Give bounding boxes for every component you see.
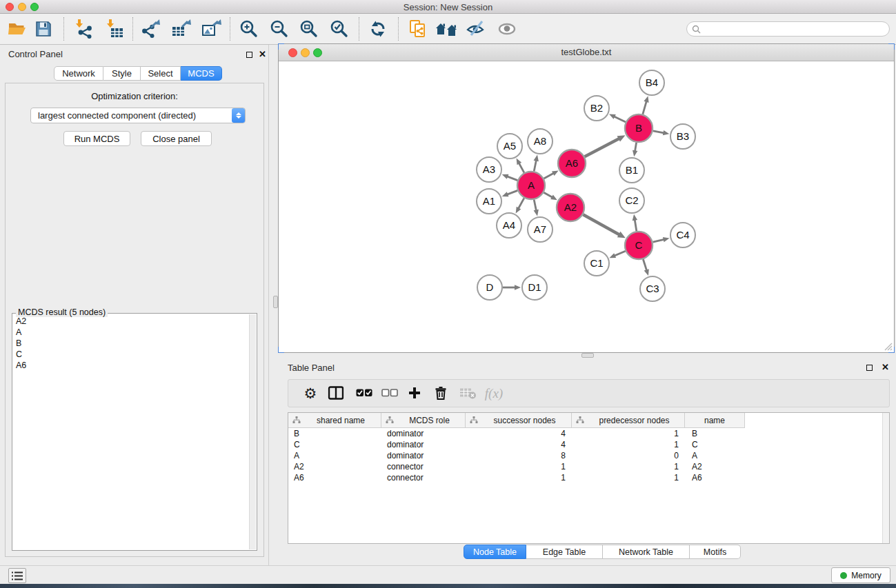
- search-input[interactable]: [704, 23, 889, 35]
- network-window-titlebar[interactable]: testGlobe.txt: [279, 44, 894, 61]
- result-list-scrollbar[interactable]: [249, 314, 256, 549]
- table-row[interactable]: Adominator80A: [288, 450, 889, 461]
- graph-edge-C-C2[interactable]: [633, 214, 637, 231]
- function-builder-button[interactable]: f(x): [485, 387, 503, 400]
- mcds-result-item[interactable]: A: [13, 327, 249, 338]
- graph-node-B1[interactable]: B1: [619, 158, 644, 183]
- tab-mcds[interactable]: MCDS: [181, 66, 222, 81]
- delete-table-button[interactable]: [460, 387, 477, 400]
- export-image-button[interactable]: [201, 19, 221, 39]
- graph-node-B3[interactable]: B3: [670, 124, 695, 149]
- zoom-in-button[interactable]: [239, 19, 259, 39]
- create-column-button[interactable]: [408, 387, 421, 399]
- graph-node-C1[interactable]: C1: [584, 251, 609, 276]
- control-panel-close-button[interactable]: ✕: [259, 50, 266, 59]
- tab-network-table[interactable]: Network Table: [603, 545, 690, 559]
- table-row[interactable]: Bdominator41B: [288, 428, 889, 439]
- hide-selected-button[interactable]: [466, 20, 486, 38]
- horizontal-splitter-handle[interactable]: [581, 353, 594, 358]
- new-network-from-selection-button[interactable]: [408, 19, 428, 39]
- column-header-name[interactable]: name: [685, 413, 745, 428]
- mcds-result-item[interactable]: B: [13, 338, 249, 349]
- column-header-shared-name[interactable]: shared name: [288, 413, 381, 428]
- graph-node-C2[interactable]: C2: [619, 188, 644, 213]
- graph-edge-A-A3[interactable]: [502, 174, 518, 181]
- graph-edge-A-A8[interactable]: [534, 155, 539, 172]
- graph-edge-A2-C[interactable]: [583, 214, 625, 238]
- open-session-button[interactable]: [7, 21, 28, 37]
- export-network-button[interactable]: [141, 19, 161, 39]
- graph-node-B4[interactable]: B4: [639, 70, 664, 95]
- graph-node-A2[interactable]: A2: [557, 194, 584, 221]
- save-session-button[interactable]: [34, 21, 52, 37]
- table-panel-float-button[interactable]: [866, 365, 873, 371]
- graph-node-A[interactable]: A: [517, 172, 545, 199]
- graph-edge-D-D1[interactable]: [503, 285, 521, 290]
- mcds-result-item[interactable]: A6: [13, 360, 249, 371]
- tab-edge-table[interactable]: Edge Table: [526, 545, 603, 559]
- network-canvas[interactable]: B4B2BB3A8A5A6A3B1AA1C2A2A4A7C4CC1C3DD1: [279, 61, 894, 352]
- tab-motifs[interactable]: Motifs: [690, 545, 741, 559]
- run-mcds-button[interactable]: Run MCDS: [63, 131, 130, 146]
- graph-edge-C-C1[interactable]: [609, 251, 625, 258]
- graph-node-A3[interactable]: A3: [477, 157, 501, 182]
- control-panel-float-button[interactable]: [246, 52, 252, 58]
- table-settings-button[interactable]: ⚙: [304, 386, 317, 401]
- delete-column-button[interactable]: [435, 386, 447, 401]
- import-network-button[interactable]: [73, 19, 94, 39]
- tab-style[interactable]: Style: [103, 66, 141, 81]
- toolbar-search-field[interactable]: [686, 21, 890, 37]
- graph-node-A8[interactable]: A8: [528, 129, 552, 154]
- tab-node-table[interactable]: Node Table: [464, 545, 526, 559]
- table-row[interactable]: Cdominator41C: [288, 439, 889, 450]
- graph-node-C3[interactable]: C3: [640, 276, 665, 301]
- mcds-result-item[interactable]: A2: [13, 316, 249, 327]
- graph-edge-B-B3[interactable]: [653, 130, 670, 135]
- table-scrollbar[interactable]: [882, 413, 889, 543]
- mcds-result-item[interactable]: C: [13, 349, 249, 360]
- graph-edge-C-C3[interactable]: [643, 259, 648, 276]
- graph-node-A5[interactable]: A5: [497, 134, 522, 159]
- graph-node-A4[interactable]: A4: [497, 213, 521, 238]
- graph-edge-B-B2[interactable]: [609, 114, 626, 122]
- export-table-button[interactable]: [170, 19, 191, 39]
- vertical-splitter-handle[interactable]: [273, 296, 278, 308]
- column-header-successor-nodes[interactable]: successor nodes: [466, 413, 572, 428]
- graph-edge-A-A4[interactable]: [516, 198, 524, 213]
- graph-node-A7[interactable]: A7: [528, 217, 552, 242]
- memory-button[interactable]: Memory: [831, 567, 890, 583]
- criterion-dropdown[interactable]: largest connected component (directed): [30, 108, 246, 123]
- table-panel-close-button[interactable]: ✕: [882, 363, 889, 372]
- graph-edge-C-C4[interactable]: [653, 237, 669, 242]
- graph-edge-A-A2[interactable]: [544, 192, 557, 200]
- column-header-predecessor-nodes[interactable]: predecessor nodes: [572, 413, 685, 428]
- column-header-MCDS-role[interactable]: MCDS role: [381, 413, 466, 428]
- resize-grip-icon[interactable]: [884, 342, 893, 351]
- first-neighbors-button[interactable]: [435, 21, 459, 37]
- graph-edge-B-B1[interactable]: [633, 143, 637, 157]
- zoom-out-button[interactable]: [270, 19, 289, 39]
- graph-edge-B-B4[interactable]: [643, 96, 649, 114]
- import-table-button[interactable]: [104, 19, 125, 39]
- graph-edge-A-A6[interactable]: [544, 170, 558, 178]
- graph-node-B2[interactable]: B2: [584, 96, 609, 121]
- graph-edge-A-A1[interactable]: [502, 190, 518, 196]
- graph-edge-A-A5[interactable]: [517, 159, 524, 173]
- table-row[interactable]: A2connector11A2: [288, 461, 889, 472]
- zoom-fit-button[interactable]: [299, 19, 319, 39]
- show-all-button[interactable]: [497, 21, 517, 37]
- tab-network[interactable]: Network: [54, 66, 103, 81]
- graph-node-C[interactable]: C: [625, 232, 653, 259]
- graph-node-D[interactable]: D: [477, 275, 502, 300]
- tab-select[interactable]: Select: [141, 66, 181, 81]
- zoom-selected-button[interactable]: [330, 19, 349, 39]
- table-row[interactable]: A6connector11A6: [288, 472, 889, 483]
- graph-node-C4[interactable]: C4: [670, 223, 695, 247]
- close-panel-button[interactable]: Close panel: [141, 131, 212, 146]
- show-columns-button[interactable]: [328, 386, 344, 400]
- refresh-view-button[interactable]: [368, 20, 388, 38]
- task-history-button[interactable]: [8, 568, 26, 583]
- graph-node-B[interactable]: B: [625, 114, 653, 142]
- graph-edge-A6-B[interactable]: [585, 135, 626, 156]
- deselect-all-rows-button[interactable]: [381, 389, 398, 397]
